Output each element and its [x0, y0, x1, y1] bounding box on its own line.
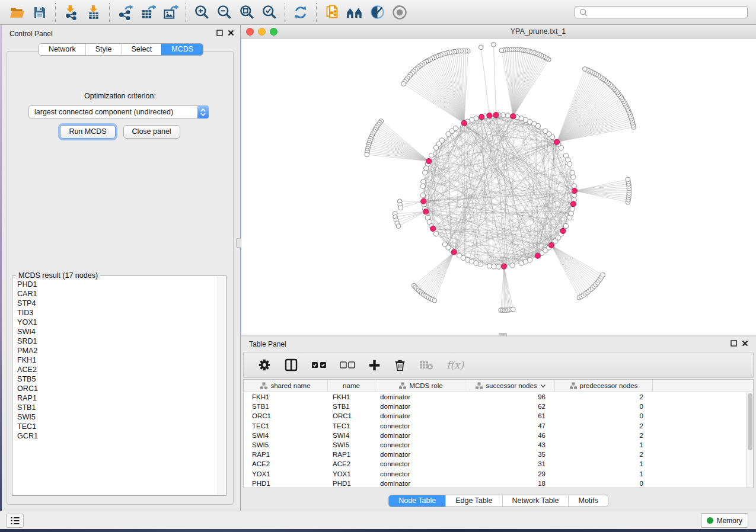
- mcds-node-item[interactable]: SWI5: [12, 412, 218, 422]
- table-tabs: Node TableEdge TableNetwork TableMotifs: [388, 495, 608, 507]
- tab-network-table[interactable]: Network Table: [502, 495, 569, 507]
- network-canvas[interactable]: [241, 39, 756, 335]
- mcds-node-item[interactable]: TEC1: [12, 422, 218, 431]
- mcds-node-item[interactable]: TID3: [12, 308, 218, 318]
- mcds-node-item[interactable]: ACE2: [12, 365, 218, 374]
- function-builder-button[interactable]: f(x): [446, 359, 464, 371]
- vertical-splitter-handle[interactable]: [236, 238, 241, 248]
- export-network-button[interactable]: [114, 2, 136, 23]
- search-box[interactable]: [575, 6, 748, 18]
- task-history-button[interactable]: [6, 514, 24, 528]
- column-type-icon: [399, 382, 406, 389]
- mcds-node-item[interactable]: SRD1: [12, 336, 218, 346]
- toolbar-separator: [316, 3, 317, 22]
- mcds-node-item[interactable]: CAR1: [12, 289, 218, 299]
- network-window-titlebar[interactable]: YPA_prune.txt_1: [241, 25, 756, 39]
- column-header-predecessor-nodes[interactable]: predecessor nodes: [555, 380, 653, 392]
- mcds-node-item[interactable]: PMA2: [12, 346, 218, 355]
- mcds-node-item[interactable]: STB1: [12, 403, 218, 412]
- column-header-successor-nodes[interactable]: successor nodes: [467, 380, 555, 392]
- binoculars-icon: [346, 4, 363, 21]
- mcds-node-item[interactable]: SWI4: [12, 327, 218, 336]
- network-clone-icon: [324, 4, 340, 20]
- zoom-window-icon[interactable]: [270, 28, 277, 36]
- deselect-all-button[interactable]: [340, 361, 355, 369]
- table-row[interactable]: TEC1TEC1connector472: [244, 421, 753, 431]
- network-clone-button[interactable]: [321, 2, 343, 23]
- cell-shared-name: SWI4: [244, 432, 328, 439]
- mcds-node-item[interactable]: STP4: [12, 299, 218, 308]
- search-input[interactable]: [588, 8, 744, 17]
- mcds-result-scrollbar[interactable]: [218, 277, 225, 495]
- close-panel-icon[interactable]: [742, 340, 748, 347]
- delete-column-button[interactable]: [394, 359, 406, 371]
- mcds-node-item[interactable]: RAP1: [12, 393, 218, 403]
- tab-style[interactable]: Style: [85, 44, 122, 55]
- table-scrollbar[interactable]: [746, 392, 753, 488]
- close-panel-icon[interactable]: [228, 30, 234, 36]
- table-row[interactable]: YOX1YOX1connector291: [244, 469, 753, 479]
- open-file-button[interactable]: [6, 2, 28, 23]
- export-image-button[interactable]: [159, 2, 181, 23]
- column-header-name[interactable]: name: [328, 380, 375, 392]
- mcds-node-item[interactable]: YOX1: [12, 318, 218, 327]
- table-header-row: shared namenameMCDS rolesuccessor nodesp…: [244, 380, 753, 392]
- table-row[interactable]: FKH1FKH1dominator962: [244, 392, 753, 402]
- tab-edge-table[interactable]: Edge Table: [445, 495, 502, 507]
- table-row[interactable]: SWI4SWI4dominator462: [244, 431, 753, 440]
- tab-network[interactable]: Network: [39, 44, 85, 55]
- zoom-in-button[interactable]: [190, 2, 213, 23]
- import-network-button[interactable]: [60, 2, 82, 23]
- refresh-layout-button[interactable]: [289, 2, 312, 23]
- table-row[interactable]: PHD1PHD1dominator180: [244, 479, 753, 488]
- add-column-button[interactable]: [368, 359, 381, 371]
- zoom-fit-button[interactable]: [235, 2, 258, 23]
- cell-predecessor-nodes: 0: [555, 480, 653, 487]
- tab-node-table[interactable]: Node Table: [389, 495, 445, 507]
- show-columns-button[interactable]: [284, 358, 298, 372]
- optimization-criterion-select[interactable]: largest connected component (undirected): [28, 105, 209, 118]
- table-row[interactable]: SWI5SWI5connector431: [244, 440, 753, 450]
- minimize-window-icon[interactable]: [258, 28, 266, 36]
- tab-mcds[interactable]: MCDS: [161, 44, 203, 55]
- cell-shared-name: STB1: [244, 403, 328, 410]
- close-window-icon[interactable]: [246, 28, 254, 36]
- deselect-all-icon: [340, 361, 355, 369]
- mcds-node-item[interactable]: GCR1: [12, 431, 218, 441]
- mcds-panel: Optimization criterion: largest connecte…: [7, 51, 234, 505]
- table-row[interactable]: ACE2ACE2connector311: [244, 459, 753, 469]
- save-session-button[interactable]: [28, 2, 51, 23]
- hide-graphics-details-button[interactable]: [366, 2, 388, 23]
- toolbar-separator: [285, 3, 285, 22]
- table-row[interactable]: STB1STB1dominator620: [244, 402, 753, 411]
- mcds-node-item[interactable]: PHD1: [12, 280, 218, 289]
- mcds-node-item[interactable]: STB5: [12, 374, 218, 384]
- zoom-selected-button[interactable]: [258, 2, 280, 23]
- close-panel-button[interactable]: Close panel: [123, 125, 180, 139]
- table-row[interactable]: ORC1ORC1dominator610: [244, 411, 753, 421]
- memory-button[interactable]: Memory: [701, 513, 748, 528]
- cell-successor-nodes: 96: [467, 393, 555, 400]
- float-panel-icon[interactable]: [731, 340, 737, 347]
- mcds-node-item[interactable]: FKH1: [12, 355, 218, 365]
- column-header-MCDS-role[interactable]: MCDS role: [375, 380, 467, 392]
- column-header-shared-name[interactable]: shared name: [244, 380, 328, 392]
- tab-select[interactable]: Select: [122, 44, 162, 55]
- export-table-button[interactable]: [136, 2, 159, 23]
- tab-motifs[interactable]: Motifs: [568, 495, 607, 507]
- binoculars-button[interactable]: [343, 2, 366, 23]
- select-all-button[interactable]: [311, 361, 327, 369]
- table-scrollbar-thumb[interactable]: [748, 393, 752, 450]
- table-row[interactable]: RAP1RAP1dominator352: [244, 450, 753, 459]
- show-graphics-details-button[interactable]: [388, 2, 411, 23]
- float-panel-icon[interactable]: [216, 30, 223, 36]
- clear-table-button[interactable]: [419, 360, 433, 370]
- mcds-result-list[interactable]: PHD1CAR1STP4TID3YOX1SWI4SRD1PMA2FKH1ACE2…: [12, 280, 218, 494]
- run-mcds-button[interactable]: Run MCDS: [60, 125, 115, 139]
- mcds-node-item[interactable]: ORC1: [12, 384, 218, 393]
- zoom-out-button[interactable]: [213, 2, 235, 23]
- table-settings-button[interactable]: [258, 358, 271, 371]
- cell-name: ACE2: [328, 460, 375, 467]
- cell-MCDS-role: dominator: [375, 393, 467, 400]
- import-table-button[interactable]: [82, 2, 105, 23]
